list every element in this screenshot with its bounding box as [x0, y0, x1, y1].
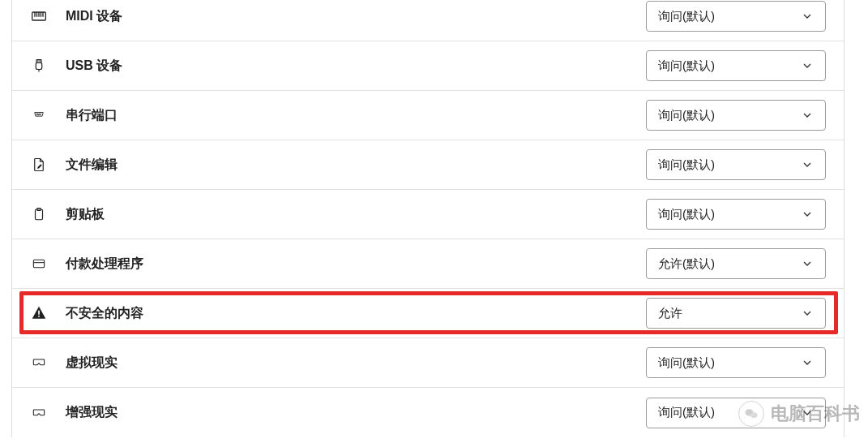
- setting-select-vr[interactable]: 询问(默认): [646, 347, 826, 378]
- setting-row-insecure-content: 不安全的内容 允许: [12, 289, 844, 338]
- select-value: 询问(默认): [658, 405, 715, 420]
- setting-select-midi[interactable]: 询问(默认): [646, 1, 826, 32]
- svg-rect-23: [38, 316, 40, 317]
- setting-row-usb: USB 设备 询问(默认): [12, 41, 844, 91]
- setting-row-ar: 增强现实 询问(默认): [12, 388, 844, 437]
- file-edit-icon: [30, 156, 48, 174]
- setting-label: 文件编辑: [66, 157, 118, 174]
- svg-point-12: [37, 114, 38, 114]
- setting-row-midi: MIDI 设备 询问(默认): [12, 0, 844, 41]
- payment-icon: [30, 255, 48, 273]
- select-value: 询问(默认): [658, 207, 715, 222]
- chevron-down-icon: [801, 257, 814, 270]
- setting-label: 串行端口: [66, 107, 118, 124]
- svg-point-17: [40, 114, 41, 115]
- setting-label: 虚拟现实: [66, 355, 118, 372]
- select-value: 询问(默认): [658, 9, 715, 24]
- warning-icon: [30, 304, 48, 322]
- select-value: 询问(默认): [658, 108, 715, 123]
- wechat-icon: [738, 401, 764, 427]
- setting-select-insecure-content[interactable]: 允许: [646, 298, 826, 329]
- setting-select-usb[interactable]: 询问(默认): [646, 50, 826, 81]
- svg-point-16: [38, 114, 39, 115]
- chevron-down-icon: [801, 109, 814, 122]
- chevron-down-icon: [801, 208, 814, 221]
- setting-label: MIDI 设备: [66, 8, 122, 25]
- midi-icon: [30, 7, 48, 25]
- ar-icon: [30, 404, 48, 422]
- clipboard-icon: [30, 205, 48, 223]
- svg-point-13: [39, 114, 40, 114]
- usb-icon: [30, 57, 48, 75]
- select-value: 询问(默认): [658, 355, 715, 371]
- vr-icon: [30, 354, 48, 372]
- svg-point-14: [41, 114, 41, 114]
- setting-row-file-edit: 文件编辑 询问(默认): [12, 140, 844, 190]
- chevron-down-icon: [801, 10, 814, 23]
- select-value: 允许: [658, 306, 682, 321]
- setting-label: 付款处理程序: [66, 256, 143, 273]
- watermark-text: 电脑百科书: [771, 402, 860, 426]
- chevron-down-icon: [801, 356, 814, 369]
- setting-row-vr: 虚拟现实 询问(默认): [12, 338, 844, 388]
- setting-select-file-edit[interactable]: 询问(默认): [646, 149, 826, 180]
- setting-row-payment: 付款处理程序 允许(默认): [12, 239, 844, 289]
- chevron-down-icon: [801, 158, 814, 171]
- chevron-down-icon: [801, 59, 814, 72]
- serial-icon: [30, 106, 48, 124]
- svg-point-11: [36, 114, 37, 114]
- setting-row-serial: 串行端口 询问(默认): [12, 91, 844, 140]
- setting-row-clipboard: 剪贴板 询问(默认): [12, 190, 844, 239]
- svg-rect-22: [38, 311, 40, 315]
- svg-rect-9: [36, 62, 42, 69]
- select-value: 询问(默认): [658, 58, 715, 74]
- setting-label: 增强现实: [66, 404, 118, 421]
- setting-label: 不安全的内容: [66, 305, 143, 322]
- setting-select-clipboard[interactable]: 询问(默认): [646, 199, 826, 230]
- chevron-down-icon: [801, 307, 814, 320]
- setting-select-serial[interactable]: 询问(默认): [646, 100, 826, 131]
- setting-label: 剪贴板: [66, 206, 105, 223]
- select-value: 允许(默认): [658, 256, 715, 272]
- svg-point-15: [37, 114, 38, 115]
- watermark: 电脑百科书: [738, 401, 860, 427]
- settings-panel: MIDI 设备 询问(默认) USB 设备 询问(默认): [11, 0, 844, 437]
- svg-rect-20: [33, 260, 44, 267]
- setting-label: USB 设备: [66, 58, 122, 75]
- setting-select-payment[interactable]: 允许(默认): [646, 248, 826, 279]
- svg-point-25: [750, 412, 757, 418]
- select-value: 询问(默认): [658, 157, 715, 173]
